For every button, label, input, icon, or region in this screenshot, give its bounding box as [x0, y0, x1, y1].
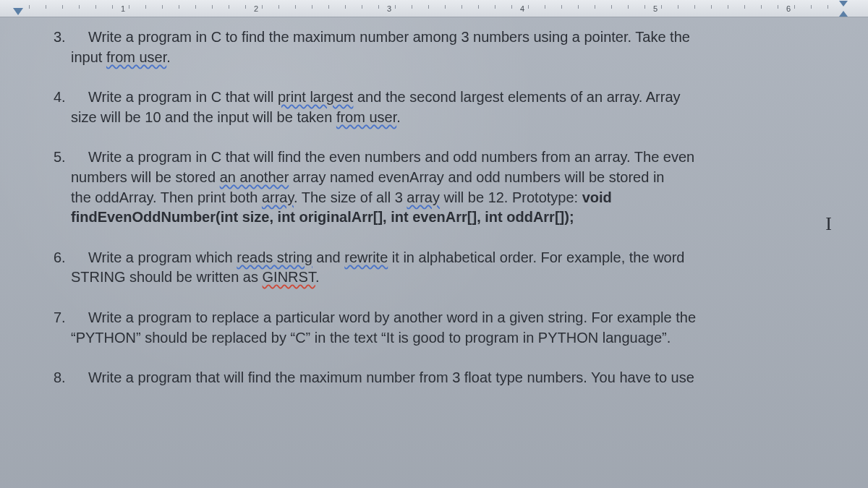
question-text: Write a program that will find the maxim… [88, 369, 694, 385]
ruler-minor-tick [761, 5, 762, 9]
ruler-minor-tick [212, 5, 213, 9]
horizontal-ruler[interactable]: 1 2 3 4 5 6 [0, 0, 868, 17]
question-6: 6.Write a program which reads string and… [30, 248, 827, 288]
ruler-tick-2: 2 [249, 0, 263, 17]
ruler-minor-tick [145, 5, 146, 9]
grammar-underline: from user [106, 49, 166, 65]
ruler-minor-tick [262, 5, 263, 9]
ruler-minor-tick [378, 5, 379, 9]
ruler-minor-tick [412, 5, 412, 9]
ruler-minor-tick [811, 5, 812, 9]
ruler-tick-6: 6 [781, 0, 796, 17]
ruler-minor-tick [112, 5, 113, 9]
question-text: input [71, 49, 106, 65]
ruler-minor-tick [29, 5, 30, 9]
ruler-minor-tick [794, 5, 795, 9]
ruler-minor-tick [162, 5, 163, 9]
ruler-minor-tick [461, 5, 462, 9]
grammar-underline: array [407, 189, 440, 205]
ruler-minor-tick [179, 5, 179, 9]
ruler-minor-tick [195, 5, 196, 9]
question-text: size will be 10 and the input will be ta… [71, 109, 336, 125]
question-7: 7.Write a program to replace a particula… [30, 308, 827, 348]
code-prototype: void [582, 189, 612, 205]
ruler-tick-4: 4 [515, 0, 529, 17]
ruler-tick-1: 1 [116, 0, 130, 17]
ruler-minor-tick [778, 5, 778, 9]
grammar-underline: print largest [278, 89, 354, 105]
ruler-minor-tick [528, 5, 529, 9]
question-5: 5.Write a program in C that will find th… [30, 147, 827, 227]
document-page[interactable]: 3.Write a program in C to find the maxim… [0, 17, 868, 488]
ruler-minor-tick [445, 5, 446, 9]
ruler-minor-tick [694, 5, 695, 9]
ruler-minor-tick [46, 5, 46, 9]
ruler-minor-tick [129, 5, 129, 9]
question-text: it in alphabetical order. For example, t… [388, 249, 684, 265]
question-3: 3.Write a program in C to find the maxim… [30, 27, 827, 67]
question-text: and the second largest elements of an ar… [353, 89, 680, 105]
ruler-tick-5: 5 [648, 0, 663, 17]
grammar-underline: an another [220, 169, 289, 185]
ruler-minor-tick [245, 5, 246, 9]
question-4: 4.Write a program in C that will print l… [30, 87, 827, 127]
ruler-minor-tick [611, 5, 612, 9]
ruler-minor-tick [827, 5, 828, 9]
ruler-minor-tick [628, 5, 629, 9]
ruler-minor-tick [79, 5, 80, 9]
ruler-minor-tick [478, 5, 479, 9]
question-text: . The size of all 3 [294, 189, 407, 205]
question-text: the oddArray. Then print both [71, 189, 262, 205]
ruler-minor-tick [545, 5, 545, 9]
ruler-minor-tick [95, 5, 96, 9]
question-text: array named evenArray and odd numbers wi… [289, 169, 664, 185]
grammar-underline: from user [336, 109, 396, 125]
grammar-underline: array [262, 189, 294, 205]
ruler-minor-tick [278, 5, 279, 9]
ruler-minor-tick [495, 5, 495, 9]
question-text: Write a program in C to find the maximum… [88, 29, 690, 45]
question-text: . [396, 109, 401, 125]
grammar-underline: reads string [237, 249, 312, 265]
ruler-minor-tick [744, 5, 745, 9]
left-indent-marker-icon[interactable] [13, 8, 23, 15]
ruler-minor-tick [511, 5, 512, 9]
ruler-minor-tick [229, 5, 229, 9]
ruler-minor-tick [678, 5, 678, 9]
ruler-minor-tick [362, 5, 362, 9]
ruler-minor-tick [578, 5, 579, 9]
question-8: 8.Write a program that will find the max… [30, 368, 827, 388]
question-number: 3. [71, 27, 88, 48]
question-number: 8. [71, 368, 88, 388]
question-text: and [312, 249, 344, 265]
ruler-minor-tick [328, 5, 329, 9]
ruler-minor-tick [661, 5, 662, 9]
question-text: Write a program in C that will find the … [88, 149, 694, 165]
ruler-minor-tick [295, 5, 296, 9]
question-text: “PYTHON” should be replaced by “C” in th… [71, 330, 671, 346]
question-text: will be 12. Prototype: [440, 189, 582, 205]
ruler-minor-tick [644, 5, 645, 9]
ruler-minor-tick [345, 5, 346, 9]
ruler-minor-tick [428, 5, 429, 9]
question-number: 5. [71, 147, 88, 168]
spelling-underline: GINRST [263, 269, 315, 285]
question-text: STRING should be written as [71, 269, 263, 285]
ruler-scale: 1 2 3 4 5 6 [0, 0, 868, 17]
ruler-tick-3: 3 [382, 0, 396, 17]
question-text: Write a program in C that will [88, 89, 278, 105]
question-number: 6. [71, 248, 88, 268]
ruler-minor-tick [595, 5, 595, 9]
ruler-minor-tick [395, 5, 396, 9]
grammar-underline: rewrite [344, 249, 388, 265]
code-prototype: findEvenOddNumber(int size, int original… [71, 209, 574, 225]
question-text: numbers will be stored [71, 169, 220, 185]
question-number: 4. [71, 87, 88, 108]
ruler-minor-tick [561, 5, 562, 9]
right-indent-marker-icon[interactable] [839, 11, 848, 17]
question-text: . [166, 49, 171, 65]
question-text: Write a program which [88, 249, 237, 265]
question-text: . [315, 269, 320, 285]
ruler-minor-tick [711, 5, 712, 9]
question-number: 7. [71, 308, 88, 328]
